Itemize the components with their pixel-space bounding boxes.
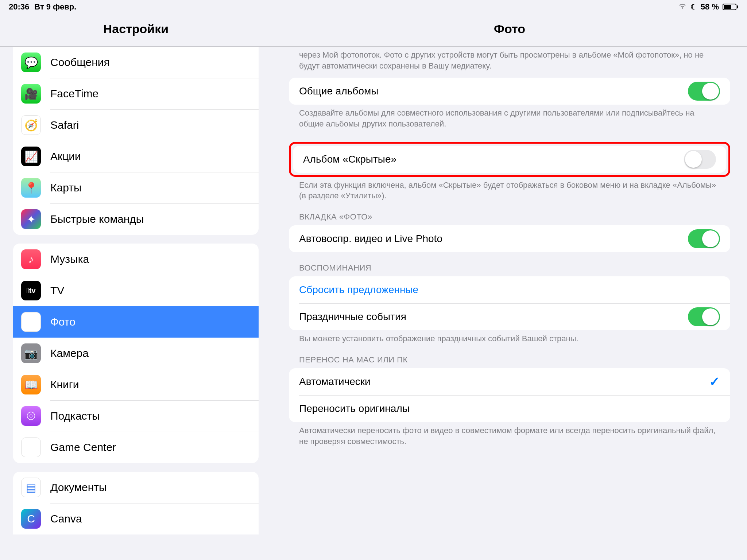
messages-icon: 💬 (21, 52, 41, 72)
hidden-album-label: Альбом «Скрытые» (303, 153, 396, 165)
transfer-auto-label: Автоматически (299, 376, 371, 388)
sidebar-label: Canva (50, 513, 82, 525)
maps-icon: 📍 (21, 178, 41, 198)
sidebar-item-documents[interactable]: ▤Документы (13, 472, 259, 503)
sidebar-item-music[interactable]: ♪Музыка (13, 244, 259, 275)
photos-icon: ❀ (21, 312, 41, 332)
shortcuts-icon: ✦ (21, 209, 41, 229)
facetime-icon: 🎥 (21, 84, 41, 104)
battery-text: 58 % (701, 2, 719, 12)
highlight-annotation: Альбом «Скрытые» (289, 142, 730, 177)
hidden-album-toggle[interactable] (684, 150, 716, 169)
sidebar-item-podcasts[interactable]: ⦾Подкасты (13, 400, 259, 432)
status-date: Вт 9 февр. (34, 2, 76, 12)
wifi-icon (678, 2, 687, 12)
checkmark-icon: ✓ (709, 374, 720, 389)
detail-pane: Фото через Мой фотопоток. Фото с других … (272, 14, 747, 560)
sidebar-label: Сообщения (50, 56, 110, 69)
canva-icon: C (21, 509, 41, 529)
music-icon: ♪ (21, 249, 41, 269)
sidebar-item-books[interactable]: 📖Книги (13, 369, 259, 400)
sidebar-label: Карты (50, 182, 82, 194)
transfer-auto-row[interactable]: Автоматически ✓ (289, 368, 730, 395)
docs-icon: ▤ (21, 478, 41, 497)
holiday-events-label: Праздничные события (299, 311, 406, 323)
battery-icon (723, 4, 738, 10)
podcasts-icon: ⦾ (21, 406, 41, 426)
sidebar-item-gamecenter[interactable]: ◉Game Center (13, 432, 259, 463)
tv-icon: tv (21, 281, 41, 300)
autoplay-label: Автовоспр. видео и Live Photo (299, 233, 442, 245)
sidebar-item-facetime[interactable]: 🎥FaceTime (13, 78, 259, 109)
detail-title: Фото (272, 14, 747, 47)
settings-sidebar: Настройки 💬Сообщения 🎥FaceTime 🧭Safari 📈… (0, 14, 272, 560)
sidebar-item-stocks[interactable]: 📈Акции (13, 141, 259, 172)
sidebar-label: Акции (50, 150, 81, 163)
sidebar-label: Книги (50, 378, 79, 391)
sidebar-group-1: 💬Сообщения 🎥FaceTime 🧭Safari 📈Акции 📍Кар… (13, 47, 259, 235)
memories-group: Сбросить предложенные Праздничные событи… (289, 276, 730, 330)
transfer-originals-row[interactable]: Переносить оригиналы (289, 395, 730, 422)
reset-suggested-label: Сбросить предложенные (299, 284, 418, 296)
sidebar-item-shortcuts[interactable]: ✦Быстрые команды (13, 203, 259, 235)
sidebar-label: Документы (50, 481, 107, 494)
transfer-header: ПЕРЕНОС НА MAC ИЛИ ПК (289, 344, 730, 368)
reset-suggested-row[interactable]: Сбросить предложенные (289, 276, 730, 303)
shared-albums-footer: Создавайте альбомы для совместного испол… (289, 105, 730, 129)
sidebar-item-messages[interactable]: 💬Сообщения (13, 47, 259, 78)
hidden-album-group: Альбом «Скрытые» (293, 146, 726, 173)
status-time: 20:36 (9, 2, 29, 12)
sidebar-label: Фото (50, 316, 76, 328)
shared-albums-label: Общие альбомы (299, 85, 378, 97)
hidden-album-footer: Если эта функция включена, альбом «Скрыт… (289, 177, 730, 201)
sidebar-label: Быстрые команды (50, 213, 144, 225)
hidden-album-row[interactable]: Альбом «Скрытые» (293, 146, 726, 173)
sidebar-item-tv[interactable]: tvTV (13, 275, 259, 306)
shared-albums-toggle[interactable] (688, 82, 720, 101)
dnd-moon-icon: ☾ (690, 3, 697, 11)
autoplay-row[interactable]: Автовоспр. видео и Live Photo (289, 225, 730, 252)
sidebar-label: Game Center (50, 441, 116, 454)
sidebar-label: Музыка (50, 253, 89, 265)
sidebar-label: Подкасты (50, 410, 100, 422)
photos-tab-header: ВКЛАДКА «ФОТО» (289, 201, 730, 225)
autoplay-toggle[interactable] (688, 229, 720, 248)
memories-footer: Вы можете установить отображение праздни… (289, 330, 730, 344)
sidebar-title: Настройки (0, 14, 272, 47)
camera-icon: 📷 (21, 343, 41, 363)
stocks-icon: 📈 (21, 147, 41, 166)
transfer-group: Автоматически ✓ Переносить оригиналы (289, 368, 730, 422)
holiday-events-toggle[interactable] (688, 307, 720, 326)
transfer-footer: Автоматически переносить фото и видео в … (289, 422, 730, 447)
holiday-events-row[interactable]: Праздничные события (289, 303, 730, 330)
shared-albums-group: Общие альбомы (289, 78, 730, 105)
safari-icon: 🧭 (21, 115, 41, 135)
sidebar-group-3: ▤Документы CCanva (13, 472, 259, 534)
sidebar-item-camera[interactable]: 📷Камера (13, 338, 259, 369)
shared-albums-row[interactable]: Общие альбомы (289, 78, 730, 105)
autoplay-group: Автовоспр. видео и Live Photo (289, 225, 730, 252)
sidebar-label: FaceTime (50, 88, 98, 100)
status-bar: 20:36 Вт 9 февр. ☾ 58 % (0, 0, 747, 14)
photostream-footer: через Мой фотопоток. Фото с других устро… (289, 47, 730, 71)
sidebar-item-photos[interactable]: ❀Фото (13, 306, 259, 338)
memories-header: ВОСПОМИНАНИЯ (289, 252, 730, 276)
sidebar-label: TV (50, 284, 64, 297)
transfer-originals-label: Переносить оригиналы (299, 403, 410, 415)
gamecenter-icon: ◉ (21, 438, 41, 457)
sidebar-item-maps[interactable]: 📍Карты (13, 172, 259, 203)
sidebar-group-2: ♪Музыка tvTV ❀Фото 📷Камера 📖Книги ⦾Подк… (13, 244, 259, 463)
sidebar-item-canva[interactable]: CCanva (13, 503, 259, 534)
sidebar-item-safari[interactable]: 🧭Safari (13, 109, 259, 141)
books-icon: 📖 (21, 375, 41, 394)
sidebar-label: Safari (50, 119, 79, 131)
sidebar-label: Камера (50, 347, 89, 359)
